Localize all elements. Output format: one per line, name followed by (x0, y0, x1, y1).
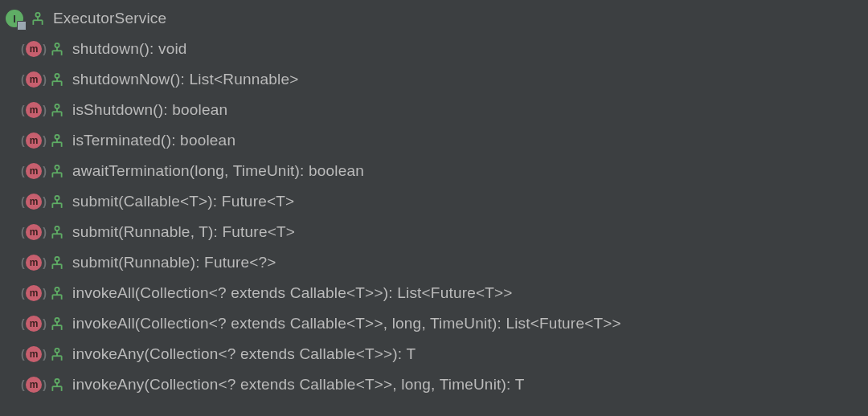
svg-point-50 (55, 318, 59, 322)
abstract-method-icon (50, 133, 64, 148)
interface-icon: I (5, 9, 24, 28)
svg-point-40 (55, 257, 59, 261)
svg-point-20 (55, 135, 59, 139)
method-signature-label: invokeAll(Collection<? extends Callable<… (72, 284, 513, 302)
abstract-method-icon (50, 347, 64, 361)
method-icon: (m) (24, 70, 43, 89)
method-icon: (m) (24, 314, 43, 333)
tree-node-method[interactable]: (m)shutdownNow(): List<Runnable> (0, 64, 868, 95)
svg-point-30 (55, 196, 59, 200)
svg-point-0 (35, 13, 39, 17)
method-signature-label: invokeAny(Collection<? extends Callable<… (72, 345, 416, 363)
tree-node-method[interactable]: (m)invokeAny(Collection<? extends Callab… (0, 369, 868, 400)
svg-point-55 (55, 349, 59, 353)
method-signature-label: isTerminated(): boolean (72, 132, 235, 149)
method-signature-label: shutdown(): void (72, 40, 187, 58)
tree-node-method[interactable]: (m)isTerminated(): boolean (0, 125, 868, 156)
tree-node-method[interactable]: (m)invokeAll(Collection<? extends Callab… (0, 308, 868, 339)
abstract-method-icon (50, 316, 64, 331)
method-signature-label: awaitTermination(long, TimeUnit): boolea… (72, 162, 364, 180)
svg-point-35 (55, 226, 59, 230)
method-icon: (m) (24, 375, 43, 394)
abstract-method-icon (50, 194, 64, 209)
method-icon: (m) (24, 39, 43, 59)
tree-node-method[interactable]: (m)invokeAny(Collection<? extends Callab… (0, 339, 868, 369)
tree-node-interface[interactable]: IExecutorService (0, 3, 868, 34)
tree-node-method[interactable]: (m)shutdown(): void (0, 34, 868, 64)
abstract-method-icon (50, 286, 64, 300)
abstract-method-icon (31, 11, 45, 26)
method-icon: (m) (24, 161, 43, 181)
tree-node-method[interactable]: (m)awaitTermination(long, TimeUnit): boo… (0, 156, 868, 186)
method-icon: (m) (24, 283, 43, 303)
method-icon: (m) (24, 253, 43, 272)
abstract-method-icon (50, 103, 64, 117)
method-signature-label: invokeAny(Collection<? extends Callable<… (72, 376, 524, 394)
svg-point-10 (55, 74, 59, 78)
method-signature-label: submit(Callable<T>): Future<T> (72, 193, 294, 210)
structure-tree: IExecutorService(m)shutdown(): void(m)sh… (0, 3, 868, 400)
tree-node-method[interactable]: (m)submit(Runnable, T): Future<T> (0, 217, 868, 247)
abstract-method-icon (50, 377, 64, 392)
tree-node-method[interactable]: (m)invokeAll(Collection<? extends Callab… (0, 278, 868, 308)
abstract-method-icon (50, 42, 64, 56)
method-signature-label: submit(Runnable): Future<?> (72, 254, 276, 271)
interface-name-label: ExecutorService (53, 10, 166, 27)
method-icon: (m) (24, 192, 43, 211)
method-signature-label: invokeAll(Collection<? extends Callable<… (72, 315, 621, 332)
method-signature-label: submit(Runnable, T): Future<T> (72, 223, 295, 241)
svg-point-25 (55, 165, 59, 169)
abstract-method-icon (50, 225, 64, 239)
tree-node-method[interactable]: (m)isShutdown(): boolean (0, 95, 868, 125)
abstract-method-icon (50, 255, 64, 270)
method-signature-label: isShutdown(): boolean (72, 101, 227, 119)
svg-point-15 (55, 104, 59, 108)
abstract-method-icon (50, 164, 64, 178)
method-icon: (m) (24, 100, 43, 120)
tree-node-method[interactable]: (m)submit(Callable<T>): Future<T> (0, 186, 868, 217)
method-icon: (m) (24, 345, 43, 364)
method-icon: (m) (24, 131, 43, 150)
svg-point-5 (55, 43, 59, 47)
svg-point-45 (55, 288, 59, 292)
method-signature-label: shutdownNow(): List<Runnable> (72, 71, 298, 88)
abstract-method-icon (50, 72, 64, 87)
svg-point-60 (55, 379, 59, 383)
method-icon: (m) (24, 222, 43, 242)
tree-node-method[interactable]: (m)submit(Runnable): Future<?> (0, 247, 868, 278)
